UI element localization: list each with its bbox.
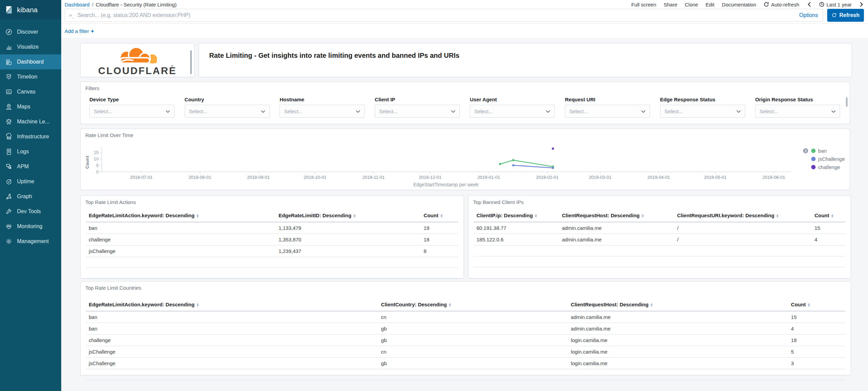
- select-placeholder: Select...: [760, 108, 778, 114]
- column-header-clientrequesturi-keyword-descending[interactable]: ClientRequestURI.keyword: Descending▲▼: [674, 209, 812, 222]
- timelion-icon: [5, 73, 13, 81]
- filter-select-origin-response-status[interactable]: Select...: [755, 105, 840, 118]
- table-row: challengegblogin.camilia.me18: [86, 334, 845, 346]
- table-cell: gb: [378, 357, 568, 369]
- panel-scrollbar[interactable]: [846, 97, 848, 107]
- column-header-edgeratelimitid-descending[interactable]: EdgeRateLimitID: Descending▲▼: [276, 209, 421, 222]
- select-placeholder: Select...: [379, 108, 398, 114]
- legend-item-ban[interactable]: ban: [803, 148, 845, 154]
- column-header-edgeratelimitaction-keyword-descending[interactable]: EdgeRateLimitAction.keyword: Descending▲…: [86, 209, 276, 222]
- chevron-left-icon: [807, 2, 812, 7]
- column-header-clientrequesthost-descending[interactable]: ClientRequestHost: Descending▲▼: [568, 298, 788, 311]
- search-input[interactable]: [78, 12, 796, 18]
- time-back-button[interactable]: [807, 2, 812, 7]
- main-area: Dashboard / Cloudflare - Security (Rate …: [61, 0, 868, 391]
- refresh-icon: [832, 13, 837, 18]
- table-spacer-row: [86, 268, 458, 278]
- svg-text:2018-12-01: 2018-12-01: [419, 175, 442, 180]
- time-forward-button[interactable]: [859, 2, 864, 7]
- sidebar-item-infrastructure[interactable]: Infrastructure: [0, 129, 61, 144]
- sidebar-item-dev-tools[interactable]: Dev Tools: [0, 204, 61, 219]
- legend-item-challenge[interactable]: challenge: [803, 164, 845, 170]
- clock-icon: [819, 2, 824, 7]
- sidebar-item-machine-le[interactable]: Machine Le...: [0, 114, 61, 129]
- column-header-count[interactable]: Count▲▼: [421, 209, 458, 222]
- breadcrumb-current: Cloudflare - Security (Rate Limiting): [96, 2, 177, 7]
- column-header-count[interactable]: Count▲▼: [788, 298, 845, 311]
- top-menu-documentation[interactable]: Documentation: [722, 2, 756, 7]
- table-header-row: EdgeRateLimitAction.keyword: Descending▲…: [86, 209, 458, 222]
- sort-icon: ▲▼: [777, 214, 779, 218]
- column-header-edgeratelimitaction-keyword-descending[interactable]: EdgeRateLimitAction.keyword: Descending▲…: [86, 298, 378, 311]
- discover-icon: [5, 28, 13, 36]
- table-row: jsChallengecnlogin.camilia.me5: [86, 346, 845, 357]
- refresh-button[interactable]: Refresh: [827, 9, 864, 22]
- sidebar-item-monitoring[interactable]: Monitoring: [0, 219, 61, 234]
- table-cell-empty: [86, 369, 845, 380]
- column-header-clientcountry-descending[interactable]: ClientCountry: Descending▲▼: [378, 298, 568, 311]
- sidebar-item-uptime[interactable]: Uptime: [0, 174, 61, 189]
- search-box[interactable]: >_ Options: [65, 9, 823, 22]
- top-menu-edit[interactable]: Edit: [705, 2, 714, 7]
- auto-refresh-button[interactable]: Auto-refresh: [764, 2, 799, 7]
- sidebar-item-graph[interactable]: Graph: [0, 189, 61, 204]
- top-menu-share[interactable]: Share: [664, 2, 677, 7]
- options-link[interactable]: Options: [799, 12, 818, 18]
- filter-select-country[interactable]: Select...: [185, 105, 270, 118]
- sidebar-item-maps[interactable]: Maps: [0, 99, 61, 114]
- sidebar-item-discover[interactable]: Discover: [0, 24, 61, 39]
- kibana-logo-icon: [5, 5, 14, 14]
- filter-select-device-type[interactable]: Select...: [89, 105, 174, 118]
- sidebar-item-visualize[interactable]: Visualize: [0, 39, 61, 54]
- top-menu-clone[interactable]: Clone: [685, 2, 698, 7]
- sidebar-item-canvas[interactable]: Canvas: [0, 84, 61, 99]
- top-menu-full-screen[interactable]: Full screen: [631, 2, 656, 7]
- sidebar-item-management[interactable]: Management: [0, 234, 61, 249]
- time-picker-button[interactable]: Last 1 year: [819, 2, 852, 7]
- column-header-clientip-ip-descending[interactable]: ClientIP.ip: Descending▲▼: [474, 209, 559, 222]
- sidebar-item-timelion[interactable]: Timelion: [0, 69, 61, 84]
- sort-icon: ▲▼: [440, 214, 443, 218]
- table-cell: /: [674, 234, 812, 245]
- legend-label: challenge: [818, 164, 840, 170]
- panel-scrollbar[interactable]: [190, 50, 192, 74]
- rate-limit-chart-svg: 051015Count2018-07-012018-08-012018-09-0…: [83, 132, 798, 183]
- table-row: challenge1,353,87018: [86, 234, 458, 245]
- filter-select-user-agent[interactable]: Select...: [470, 105, 555, 118]
- select-placeholder: Select...: [474, 108, 493, 114]
- table-cell: 185.122.0.6: [474, 234, 559, 245]
- panel-markdown-description: Rate Limiting - Get insights into rate l…: [199, 43, 852, 77]
- data-point-ban: [499, 163, 501, 165]
- sidebar-item-label: Graph: [17, 193, 32, 200]
- table-cell: cn: [378, 346, 568, 357]
- table-cell: 1,133,479: [276, 222, 421, 234]
- kibana-logo[interactable]: kibana: [0, 0, 61, 20]
- sort-icon: ▲▼: [197, 303, 199, 307]
- filter-select-request-uri[interactable]: Select...: [565, 105, 650, 118]
- table-cell-empty: [474, 256, 845, 267]
- filter-select-edge-response-status[interactable]: Select...: [660, 105, 745, 118]
- add-filter-link[interactable]: Add a filter +: [65, 28, 94, 35]
- breadcrumb-dashboard-link[interactable]: Dashboard: [65, 2, 89, 7]
- table-row: jsChallengegblogin.camilia.me3: [86, 357, 845, 369]
- panel-cloudflare-logo: CLOUDFLARE ®: [80, 43, 195, 77]
- select-placeholder: Select...: [189, 108, 207, 114]
- select-placeholder: Select...: [94, 108, 112, 114]
- filter-select-hostname[interactable]: Select...: [280, 105, 365, 118]
- line-series-ban: [500, 160, 553, 167]
- monitoring-icon: [5, 223, 13, 230]
- table-cell: admin.camilia.me: [559, 222, 674, 234]
- sidebar-item-logs[interactable]: Logs: [0, 144, 61, 159]
- column-header-clientrequesthost-descending[interactable]: ClientRequestHost: Descending▲▼: [559, 209, 674, 222]
- filter-label: Client IP: [375, 97, 460, 102]
- legend-color-dot: [811, 149, 816, 153]
- sidebar-item-apm[interactable]: APM: [0, 159, 61, 174]
- sidebar-item-dashboard[interactable]: Dashboard: [0, 54, 61, 69]
- plus-icon: +: [91, 28, 94, 35]
- filter-select-client-ip[interactable]: Select...: [375, 105, 460, 118]
- table-cell: ban: [86, 222, 276, 234]
- column-header-count[interactable]: Count▲▼: [812, 209, 845, 222]
- table-header-row: EdgeRateLimitAction.keyword: Descending▲…: [86, 298, 845, 311]
- legend-toggle-icon[interactable]: [803, 148, 808, 154]
- legend-item-jschallenge[interactable]: jsChallenge: [803, 156, 845, 162]
